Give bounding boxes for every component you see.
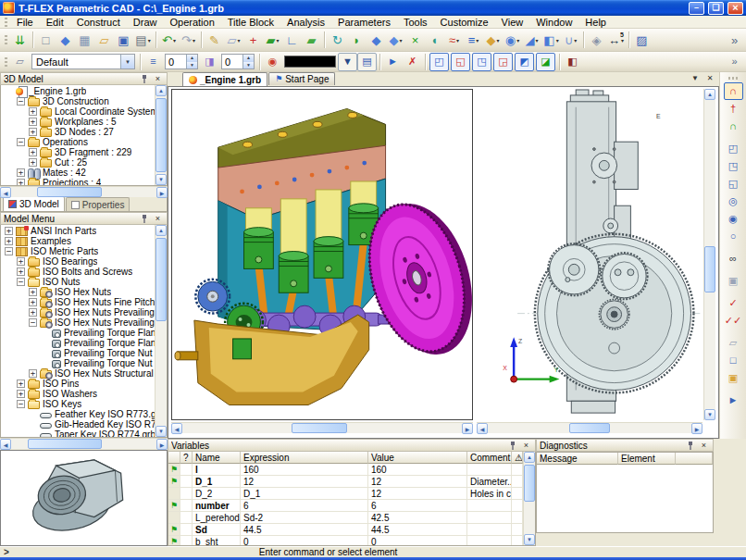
new-3d-model-button[interactable]: ◆	[56, 31, 75, 49]
tree-item[interactable]: Prevailing Torque Flange	[1, 328, 155, 338]
table-row[interactable]: L_perehodSd-242.5	[168, 512, 523, 524]
scroll-thumb[interactable]	[28, 439, 102, 449]
scroll-up-icon[interactable]: ▲	[524, 452, 535, 463]
snap-lock-button[interactable]: †	[724, 100, 743, 118]
expand-box-icon[interactable]: +	[17, 257, 25, 266]
open-document-button[interactable]: ▱	[94, 31, 114, 49]
toolbar-grip[interactable]	[5, 35, 7, 44]
chevron-down-icon[interactable]: ▾	[456, 37, 459, 44]
scroll-thumb[interactable]	[704, 246, 715, 292]
table-row[interactable]: ⚑l160160	[168, 464, 523, 476]
level-spin-buttons[interactable]: ▲▼	[242, 55, 254, 68]
menu-tools[interactable]: Tools	[397, 16, 434, 29]
tree-item[interactable]: +ISO Hex Nuts Structural	[1, 368, 155, 379]
column-header-Comment[interactable]: Comment	[467, 452, 512, 464]
toolbar-grip[interactable]	[5, 57, 7, 67]
workplane-display-button[interactable]: ▱	[724, 334, 743, 352]
chevron-down-icon[interactable]: ▾	[535, 37, 538, 44]
column-header-⚠[interactable]: ⚠	[512, 452, 523, 464]
workplane-3d-button[interactable]: ▰▾	[263, 31, 282, 49]
tree-item[interactable]: Feather Key ISO R773.grb	[1, 409, 155, 419]
minimize-button[interactable]: –	[689, 2, 704, 15]
expand-box-icon[interactable]: +	[29, 148, 37, 156]
check-selected-button[interactable]: ✓	[724, 294, 743, 312]
wireframe-display-button[interactable]: □	[724, 352, 743, 369]
horizontal-scrollbar[interactable]: ◀ ▶	[477, 422, 702, 433]
expand-box-icon[interactable]: +	[5, 227, 13, 235]
layers-button[interactable]: ≡	[143, 53, 163, 71]
extrusion-button[interactable]: ◆	[367, 31, 386, 49]
table-row[interactable]: ⚑number66	[168, 500, 523, 512]
scroll-thumb[interactable]	[292, 423, 347, 433]
zoom-window-button[interactable]: ◰	[724, 140, 743, 157]
shaded-display-button[interactable]: ▣	[724, 369, 743, 387]
document-check-button[interactable]: ▨	[632, 31, 652, 49]
tree-item[interactable]: +ISO Hex Nuts Fine Pitch	[1, 297, 155, 307]
sheet-metal-button[interactable]: ∪▾	[561, 31, 580, 49]
chevron-down-icon[interactable]: ▾	[276, 37, 279, 44]
chevron-down-icon[interactable]: ▾	[574, 37, 577, 44]
layer-spin[interactable]: 0▲▼	[165, 54, 198, 69]
column-header-blank[interactable]	[168, 452, 180, 464]
chevron-down-icon[interactable]: ▾	[148, 37, 151, 44]
tree-item[interactable]: +ISO Bolts and Screws	[1, 267, 155, 277]
chevron-down-icon[interactable]: ▾	[193, 37, 195, 44]
scroll-down-icon[interactable]: ▼	[704, 409, 715, 420]
vertical-scrollbar[interactable]: ▲ ▼	[703, 89, 715, 420]
color-dropdown-button[interactable]: ▼	[338, 53, 357, 71]
collapse-box-icon[interactable]: −	[29, 318, 37, 327]
menu-operation[interactable]: Operation	[163, 16, 220, 29]
pin-icon[interactable]	[138, 73, 150, 84]
fragment-button[interactable]: ◆▾	[483, 31, 503, 49]
table-row[interactable]: ⚑Sd44.544.5	[168, 524, 523, 536]
expand-box-icon[interactable]: +	[29, 288, 37, 296]
tree-item[interactable]: −ISO Nuts	[1, 277, 155, 287]
toolbar-grip[interactable]	[728, 77, 738, 80]
scroll-right-icon[interactable]: ▶	[462, 423, 473, 434]
menu-parameters[interactable]: Parameters	[331, 16, 397, 29]
autosnap-off-button[interactable]: ∩	[724, 82, 743, 100]
array-button[interactable]: ≡▾	[464, 31, 483, 49]
apply-params-button[interactable]: ►	[383, 53, 403, 71]
scroll-left-icon[interactable]: ◀	[171, 423, 182, 434]
select-3d-button[interactable]: ►	[724, 392, 743, 409]
assembly-analysis-button[interactable]: ◈	[587, 31, 606, 49]
expand-box-icon[interactable]: +	[29, 298, 37, 306]
tree-item[interactable]: −ISO Metric Parts	[1, 246, 155, 256]
print-button[interactable]: ▤▾	[133, 31, 153, 49]
menu-view[interactable]: View	[495, 16, 530, 29]
new-document-button[interactable]: □	[36, 31, 56, 49]
measure-button[interactable]: ↔5▾	[606, 31, 626, 49]
selector-3d-nodes-toggle[interactable]: ◲	[493, 53, 513, 71]
selector-operations-toggle[interactable]: ◳	[472, 53, 491, 71]
sweep-button[interactable]: ◗	[347, 31, 367, 49]
document-area[interactable]: ◀ ▶	[168, 86, 719, 439]
scroll-left-icon[interactable]: ◀	[0, 187, 11, 198]
tree-item[interactable]: +Projections : 4	[1, 178, 155, 185]
spin-up-icon[interactable]: ▲	[243, 55, 254, 62]
sketch-button[interactable]: ✎	[205, 31, 224, 49]
tree-item[interactable]: +ANSI Inch Parts	[1, 226, 155, 236]
horizontal-scrollbar[interactable]: ◀ ▶	[0, 438, 168, 449]
tree-item[interactable]: Taper Key ISO R774.grb	[1, 429, 155, 437]
table-row[interactable]: ⚑b_sht00	[168, 536, 523, 545]
scroll-right-icon[interactable]: ▶	[156, 187, 168, 198]
finish-command-button[interactable]: ⇊	[10, 31, 30, 49]
selector-profiles-toggle[interactable]: ◱	[451, 53, 470, 71]
table-row[interactable]: D_2D_112Holes in cover	[168, 488, 523, 500]
scroll-down-icon[interactable]: ▼	[524, 534, 535, 545]
check-all-button[interactable]: ✓✓	[724, 312, 743, 330]
toolbar-grip[interactable]	[5, 18, 7, 27]
column-header-message[interactable]: Message	[537, 453, 618, 465]
tree-item[interactable]: +3D Nodes : 27	[1, 127, 155, 137]
tree-item[interactable]: −ISO Keys	[1, 399, 155, 409]
collapse-box-icon[interactable]: −	[17, 400, 25, 408]
coordinate-system-button[interactable]: +	[243, 31, 263, 49]
toolbar-overflow-button[interactable]: »	[725, 53, 744, 71]
scroll-thumb[interactable]	[569, 423, 610, 433]
expand-box-icon[interactable]: +	[17, 380, 25, 388]
projection-2d-viewport[interactable]: E Z Y X	[477, 89, 702, 420]
chevron-down-icon[interactable]: ▾	[496, 37, 499, 44]
tree-item[interactable]: −ISO Hex Nuts Prevailing Torq	[1, 317, 155, 328]
fit-page-button[interactable]: ◱	[724, 175, 743, 193]
